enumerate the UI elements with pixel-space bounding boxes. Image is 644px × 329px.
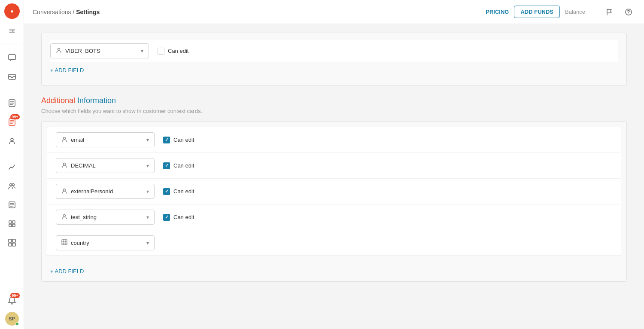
- additional-info-fields-container: email ▾ Can edit: [41, 121, 627, 282]
- apps-icon[interactable]: [3, 234, 21, 251]
- sidebar: ● 99+: [0, 0, 24, 329]
- survey-icon[interactable]: [3, 94, 21, 112]
- svg-rect-16: [9, 243, 12, 246]
- email-chevron-icon: ▾: [146, 137, 149, 143]
- help-button[interactable]: [622, 5, 635, 19]
- external-person-id-can-edit-checkbox[interactable]: [163, 188, 170, 195]
- topbar-divider: [594, 6, 594, 18]
- viber-bots-field-icon: [56, 47, 62, 55]
- svg-point-22: [64, 163, 66, 165]
- viber-bots-can-edit-checkbox[interactable]: [158, 48, 164, 55]
- email-select[interactable]: email ▾: [56, 132, 155, 147]
- test-string-chevron-icon: ▾: [146, 214, 149, 220]
- add-funds-button[interactable]: ADD FUNDS: [514, 6, 560, 18]
- main-area: Conversations / Settings PRICING ADD FUN…: [24, 0, 644, 329]
- svg-text:●: ●: [10, 8, 13, 14]
- expand-sidebar-button[interactable]: [5, 24, 19, 38]
- pricing-button[interactable]: PRICING: [486, 9, 509, 15]
- svg-rect-11: [12, 221, 15, 223]
- svg-point-8: [12, 184, 14, 186]
- svg-rect-2: [9, 55, 15, 60]
- content-area: VIBER_BOTS ▾ Can edit + ADD FIELD Additi…: [24, 24, 644, 329]
- contacts-icon[interactable]: [3, 132, 21, 149]
- test-string-field-name: test_string: [71, 214, 143, 220]
- svg-rect-10: [9, 221, 12, 223]
- svg-point-6: [11, 138, 13, 141]
- test-string-can-edit-area: Can edit: [163, 214, 194, 221]
- decimal-field-icon: [61, 162, 67, 169]
- email-can-edit-label: Can edit: [173, 137, 194, 143]
- app-logo[interactable]: ●: [4, 3, 20, 19]
- viber-bots-field-row: VIBER_BOTS ▾ Can edit: [50, 40, 618, 62]
- svg-rect-25: [62, 240, 67, 245]
- svg-rect-17: [12, 243, 15, 246]
- additional-info-add-field-row: + ADD FIELD: [42, 261, 626, 281]
- avatar[interactable]: SP: [5, 312, 19, 326]
- external-person-id-field-name: externalPersonId: [71, 188, 143, 195]
- svg-rect-15: [12, 239, 15, 242]
- external-person-id-chevron-icon: ▾: [146, 189, 149, 195]
- viber-bots-can-edit-label: Can edit: [168, 48, 188, 54]
- viber-bots-select[interactable]: VIBER_BOTS ▾: [50, 43, 149, 58]
- rules-icon[interactable]: [3, 215, 21, 232]
- decimal-can-edit-area: Can edit: [163, 162, 194, 169]
- viber-bots-field-name: VIBER_BOTS: [65, 48, 137, 54]
- decimal-select[interactable]: DECIMAL ▾: [56, 158, 155, 173]
- additional-info-section: Additional Information Choose which fiel…: [41, 96, 627, 282]
- test-string-can-edit-checkbox[interactable]: [163, 214, 170, 221]
- additional-info-header: Additional Information Choose which fiel…: [41, 96, 627, 114]
- svg-point-21: [64, 137, 66, 140]
- team-icon[interactable]: [3, 177, 21, 195]
- additional-info-subtitle: Choose which fields you want to show in …: [41, 108, 627, 114]
- svg-point-24: [64, 215, 66, 217]
- topbar: Conversations / Settings PRICING ADD FUN…: [24, 0, 644, 24]
- email-field-icon: [61, 136, 67, 143]
- email-field-row: email ▾ Can edit: [47, 127, 621, 153]
- chat-icon[interactable]: [3, 49, 21, 67]
- analytics-icon[interactable]: [3, 158, 21, 176]
- list-icon[interactable]: [3, 196, 21, 213]
- viber-bots-add-field-button[interactable]: + ADD FIELD: [50, 65, 84, 75]
- topbar-actions: PRICING ADD FUNDS Balance: [486, 5, 635, 19]
- test-string-field-row: test_string ▾ Can edit: [47, 204, 621, 230]
- notifications-icon[interactable]: 99+: [3, 292, 21, 309]
- decimal-can-edit-label: Can edit: [173, 162, 194, 169]
- breadcrumb: Conversations / Settings: [33, 9, 486, 15]
- external-person-id-field-icon: [61, 188, 67, 195]
- viber-bots-add-field-row: + ADD FIELD: [50, 62, 618, 79]
- additional-info-title: Additional Information: [41, 96, 627, 105]
- additional-info-add-field-button[interactable]: + ADD FIELD: [50, 266, 84, 276]
- additional-info-title-blue: Information: [75, 96, 116, 105]
- svg-rect-3: [9, 74, 15, 79]
- email-can-edit-area: Can edit: [163, 137, 194, 143]
- inbox-icon[interactable]: [3, 68, 21, 85]
- reports-badge: 99+: [10, 114, 19, 119]
- email-can-edit-checkbox[interactable]: [163, 137, 170, 143]
- external-person-id-select[interactable]: externalPersonId ▾: [56, 184, 155, 199]
- test-string-select[interactable]: test_string ▾: [56, 210, 155, 225]
- svg-point-23: [64, 189, 66, 191]
- reports-icon[interactable]: 99+: [3, 113, 21, 131]
- viber-bots-chevron-icon: ▾: [141, 48, 143, 54]
- external-person-id-field-row: externalPersonId ▾ Can edit: [47, 179, 621, 204]
- test-string-can-edit-label: Can edit: [173, 214, 194, 220]
- flag-button[interactable]: [603, 5, 617, 19]
- notifications-badge: 99+: [10, 293, 19, 298]
- country-select[interactable]: country ▾: [56, 235, 155, 250]
- decimal-chevron-icon: ▾: [146, 163, 149, 169]
- svg-rect-12: [9, 224, 12, 227]
- email-field-name: email: [71, 137, 143, 143]
- decimal-can-edit-checkbox[interactable]: [163, 162, 170, 169]
- breadcrumb-base[interactable]: Conversations /: [33, 9, 74, 15]
- country-field-row: country ▾: [47, 230, 621, 256]
- balance-label: Balance: [565, 9, 585, 15]
- additional-info-title-orange: Additional: [41, 96, 75, 105]
- external-person-id-can-edit-label: Can edit: [173, 188, 194, 195]
- country-field-name: country: [71, 240, 143, 246]
- viber-bots-section: VIBER_BOTS ▾ Can edit + ADD FIELD: [41, 33, 627, 86]
- svg-point-20: [58, 49, 60, 51]
- test-string-field-icon: [61, 213, 67, 221]
- svg-rect-13: [12, 224, 15, 227]
- decimal-field-name: DECIMAL: [71, 162, 143, 169]
- svg-point-7: [9, 184, 12, 186]
